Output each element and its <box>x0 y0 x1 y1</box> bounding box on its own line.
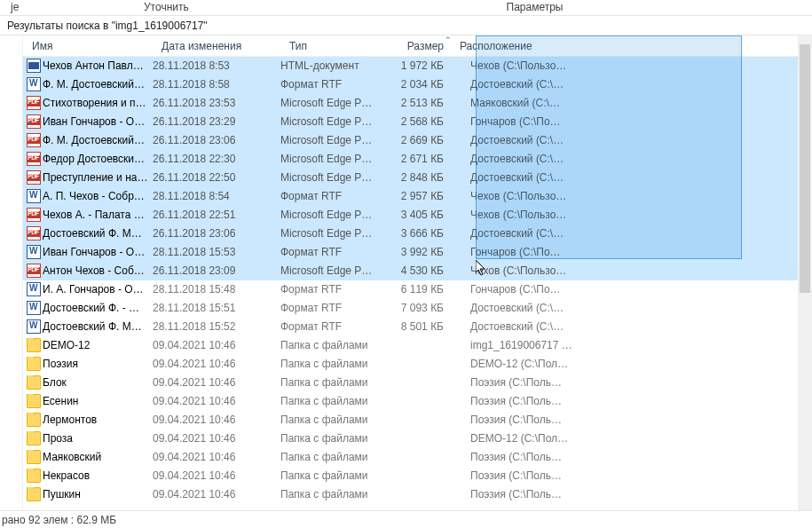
file-date: 09.04.2021 10:46 <box>153 339 280 351</box>
file-name: Поэзия <box>41 358 153 370</box>
file-date: 26.11.2018 23:53 <box>153 97 280 109</box>
table-row[interactable]: Поэзия09.04.2021 10:46Папка с файламиDEM… <box>23 355 812 374</box>
table-row[interactable]: Маяковский09.04.2021 10:46Папка с файлам… <box>23 448 812 467</box>
file-date: 09.04.2021 10:46 <box>153 488 280 500</box>
file-date: 26.11.2018 23:06 <box>153 134 280 146</box>
file-list[interactable]: Имя Дата изменения Тип Размер Расположен… <box>23 35 812 510</box>
table-row[interactable]: Антон Чехов - Соб…26.11.2018 23:09Micros… <box>23 262 812 280</box>
file-name: Некрасов <box>41 469 153 482</box>
file-date: 09.04.2021 10:46 <box>153 358 280 370</box>
col-header-name[interactable]: Имя <box>23 40 153 52</box>
table-row[interactable]: Достоевский Ф. М…26.11.2018 23:06Microso… <box>23 225 812 243</box>
file-location: Достоевский (C:\… <box>451 320 812 333</box>
file-icon <box>23 245 41 259</box>
file-type: Папка с файлами <box>280 339 387 351</box>
table-row[interactable]: Стихотворения и п…26.11.2018 23:53Micros… <box>23 94 812 113</box>
file-type: HTML-документ <box>280 59 387 72</box>
file-date: 28.11.2018 15:53 <box>153 246 280 258</box>
file-location: Достоевский (C:\… <box>451 134 812 146</box>
table-row[interactable]: Чехов Антон Павл…28.11.2018 8:53HTML-док… <box>23 57 812 75</box>
table-row[interactable]: А. П. Чехов - Собр…28.11.2018 8:54Формат… <box>23 187 812 206</box>
file-size: 3 405 КБ <box>387 209 451 221</box>
file-name: Преступление и на… <box>41 171 153 184</box>
table-row[interactable]: Ф. М. Достоевский…28.11.2018 8:58Формат … <box>23 75 812 94</box>
file-icon <box>23 338 41 352</box>
table-row[interactable]: Достоевский Ф. - …28.11.2018 15:51Формат… <box>23 299 812 318</box>
file-location: Гончаров (C:\По… <box>451 115 812 128</box>
file-location: Поэзия (C:\Поль… <box>451 395 812 407</box>
file-location: Чехов (C:\Пользо… <box>451 190 812 202</box>
table-row[interactable]: Проза09.04.2021 10:46Папка с файламиDEMO… <box>23 429 812 448</box>
file-icon <box>23 375 41 390</box>
table-row[interactable]: Лермонтов09.04.2021 10:46Папка с файлами… <box>23 411 812 429</box>
col-header-date[interactable]: Дата изменения <box>153 40 280 52</box>
file-size: 4 530 КБ <box>387 264 451 277</box>
file-name: Пушкин <box>41 488 153 500</box>
ribbon-tab-1[interactable]: је <box>0 0 133 15</box>
file-icon <box>23 189 41 203</box>
file-name: DEMO-12 <box>41 339 153 351</box>
ribbon-tab-3[interactable]: Параметры <box>424 0 646 15</box>
file-icon <box>23 450 41 464</box>
file-size: 2 669 КБ <box>387 134 451 146</box>
vertical-scrollbar[interactable] <box>798 35 812 510</box>
file-location: Чехов (C:\Пользо… <box>451 264 812 277</box>
file-icon <box>23 431 41 445</box>
col-header-type[interactable]: Тип <box>280 40 387 52</box>
file-location: Достоевский (C:\… <box>451 227 812 240</box>
file-icon <box>23 264 41 278</box>
table-row[interactable]: Преступление и на…26.11.2018 22:50Micros… <box>23 169 812 187</box>
file-size: 2 513 КБ <box>387 97 451 109</box>
file-type: Microsoft Edge P… <box>280 115 387 128</box>
file-type: Формат RTF <box>280 78 387 91</box>
file-type: Microsoft Edge P… <box>280 171 387 184</box>
file-name: Достоевский Ф. М… <box>41 227 153 240</box>
nav-pane-edge[interactable] <box>0 35 23 510</box>
file-name: Иван Гончаров - О… <box>41 246 153 258</box>
file-size: 2 568 КБ <box>387 115 451 128</box>
file-size: 3 992 КБ <box>387 246 451 258</box>
file-name: Маяковский <box>41 451 153 463</box>
table-row[interactable]: Пушкин09.04.2021 10:46Папка с файламиПоэ… <box>23 485 812 504</box>
file-date: 26.11.2018 23:06 <box>153 227 280 240</box>
file-size: 2 848 КБ <box>387 171 451 184</box>
table-row[interactable]: Федор Достоевски…26.11.2018 22:30Microso… <box>23 150 812 169</box>
file-type: Microsoft Edge P… <box>280 97 387 109</box>
status-text: рано 92 элем : 62.9 МБ <box>2 514 116 526</box>
table-row[interactable]: Некрасов09.04.2021 10:46Папка с файламиП… <box>23 467 812 485</box>
file-location: Поэзия (C:\Поль… <box>451 469 812 482</box>
table-row[interactable]: Иван Гончаров - О…28.11.2018 15:53Формат… <box>23 243 812 262</box>
col-header-location[interactable]: Расположение <box>451 40 812 52</box>
breadcrumb[interactable]: Результаты поиска в "img1_1619006717" <box>0 16 812 35</box>
file-type: Microsoft Edge P… <box>280 264 387 277</box>
scroll-thumb[interactable] <box>800 44 810 293</box>
table-row[interactable]: Ф. М. Достоевский…26.11.2018 23:06Micros… <box>23 131 812 150</box>
file-icon <box>23 59 41 73</box>
file-location: Достоевский (C:\… <box>451 171 812 184</box>
file-size: 2 671 КБ <box>387 153 451 165</box>
file-type: Папка с файлами <box>280 414 387 426</box>
file-location: img1_1619006717 … <box>451 339 812 351</box>
file-date: 26.11.2018 22:50 <box>153 171 280 184</box>
col-header-size[interactable]: Размер <box>387 40 451 52</box>
file-location: Чехов (C:\Пользо… <box>451 59 812 72</box>
file-name: Достоевский Ф. М… <box>41 320 153 333</box>
table-row[interactable]: Есенин09.04.2021 10:46Папка с файламиПоэ… <box>23 392 812 411</box>
table-row[interactable]: Иван Гончаров - О…26.11.2018 23:29Micros… <box>23 113 812 131</box>
file-name: И. А. Гончаров - О… <box>41 283 153 296</box>
file-name: Блок <box>41 376 153 389</box>
file-location: Чехов (C:\Пользо… <box>451 209 812 221</box>
file-type: Формат RTF <box>280 302 387 314</box>
file-location: Маяковский (C:\… <box>451 97 812 109</box>
table-row[interactable]: Достоевский Ф. М…28.11.2018 15:52Формат … <box>23 318 812 336</box>
column-headers: Имя Дата изменения Тип Размер Расположен… <box>23 35 812 57</box>
file-date: 09.04.2021 10:46 <box>153 432 280 445</box>
table-row[interactable]: DEMO-1209.04.2021 10:46Папка с файламиim… <box>23 336 812 355</box>
ribbon-tab-2[interactable]: Уточнить <box>133 0 257 15</box>
table-row[interactable]: И. А. Гончаров - О…28.11.2018 15:48Форма… <box>23 280 812 299</box>
file-type: Формат RTF <box>280 190 387 202</box>
table-row[interactable]: Блок09.04.2021 10:46Папка с файламиПоэзи… <box>23 374 812 392</box>
file-type: Microsoft Edge P… <box>280 227 387 240</box>
file-icon <box>23 96 41 110</box>
table-row[interactable]: Чехов А. - Палата …26.11.2018 22:51Micro… <box>23 206 812 225</box>
